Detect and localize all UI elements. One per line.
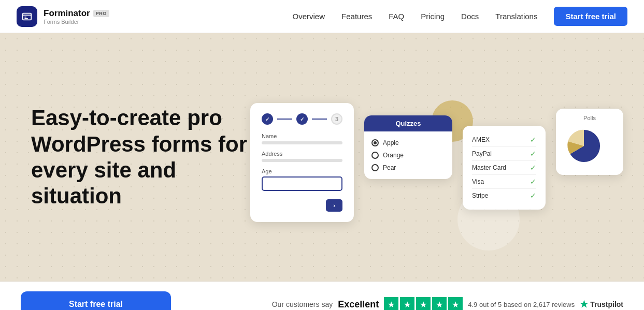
form-card: ✓ ✓ 3 Name Address Age › <box>250 103 354 222</box>
trustpilot-logo: ★ Trustpilot <box>580 299 623 310</box>
logo-subtitle: Forms Builder <box>44 19 109 25</box>
step-1: ✓ <box>262 113 273 125</box>
polls-pie-chart <box>563 125 605 167</box>
nav-translations[interactable]: Translations <box>495 12 537 21</box>
logo-area: Forminator PRO Forms Builder <box>17 6 109 27</box>
quiz-header: Quizzes <box>364 115 452 131</box>
star-5: ★ <box>448 297 463 310</box>
payment-row-stripe: Stripe ✓ <box>472 189 536 202</box>
payment-stripe-label: Stripe <box>472 192 488 199</box>
trustpilot-stars: ★ ★ ★ ★ ★ <box>384 297 463 310</box>
quiz-option-pear[interactable]: Pear <box>371 161 445 174</box>
step-line-1 <box>277 119 292 120</box>
payment-amex-check: ✓ <box>530 136 536 144</box>
payment-row-paypal: PayPal ✓ <box>472 147 536 161</box>
payment-mastercard-label: Master Card <box>472 164 506 171</box>
payment-stripe-check: ✓ <box>530 191 536 200</box>
payment-row-mastercard: Master Card ✓ <box>472 161 536 175</box>
quiz-body: Apple Orange Pear <box>364 131 452 179</box>
quiz-option-apple[interactable]: Apple <box>371 137 445 149</box>
form-steps: ✓ ✓ 3 <box>262 113 342 125</box>
address-label: Address <box>262 151 342 157</box>
logo-name: Forminator PRO <box>44 8 109 19</box>
age-field: Age <box>262 168 342 191</box>
svg-rect-0 <box>23 13 32 20</box>
radio-orange <box>371 152 379 159</box>
nav-faq[interactable]: FAQ <box>389 12 404 21</box>
age-label: Age <box>262 168 342 174</box>
hero-illustrations: ✓ ✓ 3 Name Address Age › Quizzes <box>250 98 623 217</box>
hero-section: Easy-to-create pro WordPress forms for e… <box>0 33 644 282</box>
age-input-outlined[interactable] <box>262 176 342 191</box>
star-4: ★ <box>432 297 447 310</box>
step-line-2 <box>312 119 327 120</box>
star-1: ★ <box>384 297 398 310</box>
trustpilot-area: Our customers say Excellent ★ ★ ★ ★ ★ 4.… <box>272 297 623 310</box>
polls-title: Polls <box>563 115 616 121</box>
payment-row-amex: AMEX ✓ <box>472 133 536 147</box>
step-2: ✓ <box>296 113 308 125</box>
address-input-bar <box>262 159 342 162</box>
radio-apple-inner <box>374 141 377 144</box>
payment-visa-label: Visa <box>472 178 484 185</box>
trustpilot-icon: ★ <box>580 299 588 310</box>
trustpilot-label: Trustpilot <box>590 300 623 308</box>
quiz-card: Quizzes Apple Orange Pear <box>364 115 452 179</box>
payment-card: AMEX ✓ PayPal ✓ Master Card ✓ Visa ✓ Str… <box>463 126 546 210</box>
quiz-option-orange[interactable]: Orange <box>371 149 445 161</box>
nav-docs[interactable]: Docs <box>461 12 479 21</box>
quiz-option-apple-label: Apple <box>383 139 399 146</box>
radio-apple <box>371 139 379 146</box>
radio-pear <box>371 164 379 171</box>
name-input-bar <box>262 141 342 144</box>
hero-title: Easy-to-create pro WordPress forms for e… <box>31 105 249 210</box>
name-field: Name <box>262 133 342 144</box>
address-field: Address <box>262 151 342 162</box>
nav-overview[interactable]: Overview <box>293 12 325 21</box>
nav-pricing[interactable]: Pricing <box>421 12 445 21</box>
form-submit-button[interactable]: › <box>326 199 342 212</box>
excellent-label: Excellent <box>338 299 379 310</box>
payment-mastercard-check: ✓ <box>530 164 536 172</box>
header: Forminator PRO Forms Builder Overview Fe… <box>0 0 644 33</box>
pro-badge: PRO <box>93 10 109 17</box>
header-cta-button[interactable]: Start free trial <box>554 7 627 26</box>
polls-card: Polls <box>556 109 623 175</box>
payment-paypal-check: ✓ <box>530 150 536 158</box>
start-free-button[interactable]: Start free trial <box>21 291 171 310</box>
payment-row-visa: Visa ✓ <box>472 175 536 189</box>
tp-score: 4.9 out of 5 based on 2,617 reviews <box>468 301 575 308</box>
customers-say-label: Our customers say <box>272 300 333 308</box>
main-nav: Overview Features FAQ Pricing Docs Trans… <box>293 12 538 21</box>
nav-features[interactable]: Features <box>341 12 372 21</box>
quiz-option-orange-label: Orange <box>383 152 404 159</box>
star-3: ★ <box>416 297 431 310</box>
logo-icon <box>17 6 37 27</box>
logo-text: Forminator PRO Forms Builder <box>44 8 109 25</box>
logo-label: Forminator <box>44 8 90 19</box>
star-2: ★ <box>400 297 414 310</box>
quiz-option-pear-label: Pear <box>383 164 396 171</box>
payment-visa-check: ✓ <box>530 178 536 186</box>
name-label: Name <box>262 133 342 139</box>
payment-amex-label: AMEX <box>472 136 490 143</box>
footer-bar: Start free trial Our customers say Excel… <box>0 282 644 310</box>
payment-paypal-label: PayPal <box>472 150 492 157</box>
hero-content: Easy-to-create pro WordPress forms for e… <box>31 105 249 210</box>
step-3: 3 <box>331 113 342 125</box>
